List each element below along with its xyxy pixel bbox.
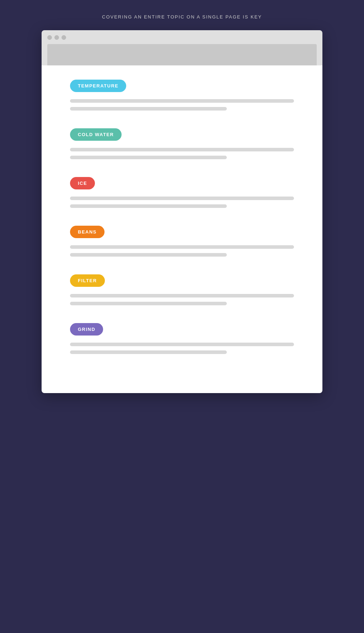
browser-window: TEMPERATURE COLD WATER ICE BEANS FIL (42, 30, 322, 393)
placeholder-line (70, 156, 227, 159)
tag-temperature: TEMPERATURE (70, 80, 126, 92)
tag-cold-water: COLD WATER (70, 128, 122, 141)
browser-dots (47, 35, 317, 40)
section-ice: ICE (70, 177, 294, 208)
tag-ice: ICE (70, 177, 95, 189)
placeholder-line (70, 148, 294, 151)
tag-grind: GRIND (70, 323, 103, 336)
placeholder-line (70, 302, 227, 305)
section-cold-water: COLD WATER (70, 128, 294, 159)
placeholder-line (70, 343, 294, 346)
browser-dot-3 (61, 35, 66, 40)
placeholder-line (70, 99, 294, 103)
placeholder-line (70, 245, 294, 249)
placeholder-line (70, 197, 294, 200)
section-temperature: TEMPERATURE (70, 80, 294, 111)
placeholder-line (70, 350, 227, 354)
section-beans: BEANS (70, 226, 294, 257)
tag-beans: BEANS (70, 226, 105, 238)
placeholder-line (70, 253, 227, 257)
placeholder-line (70, 294, 294, 297)
browser-dot-1 (47, 35, 52, 40)
tag-filter: FILTER (70, 274, 105, 287)
placeholder-line (70, 204, 227, 208)
browser-content: TEMPERATURE COLD WATER ICE BEANS FIL (42, 65, 322, 393)
browser-chrome (42, 30, 322, 65)
browser-dot-2 (54, 35, 59, 40)
page-wrapper: COVERING AN ENTIRE TOPIC ON A SINGLE PAG… (0, 14, 364, 393)
page-title: COVERING AN ENTIRE TOPIC ON A SINGLE PAG… (102, 14, 262, 20)
placeholder-line (70, 107, 227, 111)
section-filter: FILTER (70, 274, 294, 305)
browser-addressbar (47, 44, 317, 65)
section-grind: GRIND (70, 323, 294, 354)
